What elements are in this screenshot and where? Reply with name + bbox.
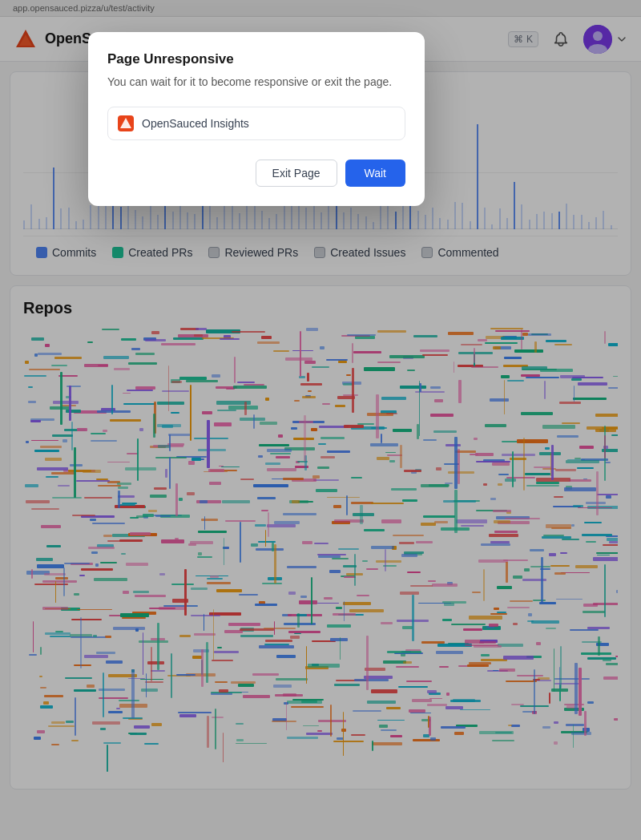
modal-title: Page Unresponsive [107, 51, 405, 67]
modal-actions: Exit Page Wait [107, 160, 405, 187]
modal-page-name: OpenSauced Insights [142, 117, 249, 130]
modal-overlay: Page Unresponsive You can wait for it to… [0, 0, 641, 840]
modal-page-row: OpenSauced Insights [107, 107, 405, 140]
exit-page-button[interactable]: Exit Page [256, 160, 337, 187]
page-favicon-icon [118, 115, 134, 131]
wait-button[interactable]: Wait [345, 160, 405, 187]
page-unresponsive-dialog: Page Unresponsive You can wait for it to… [88, 32, 425, 206]
modal-body-text: You can wait for it to become responsive… [107, 74, 405, 91]
